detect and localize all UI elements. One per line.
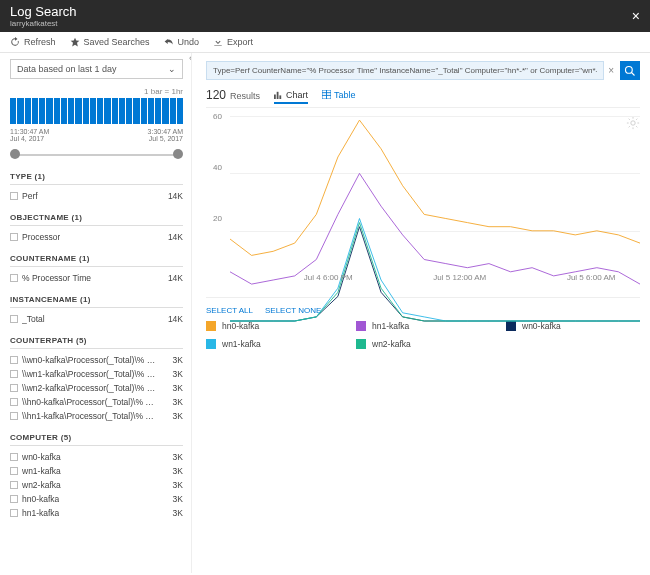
checkbox-icon[interactable] xyxy=(10,398,18,406)
refresh-label: Refresh xyxy=(24,37,56,47)
saved-searches-button[interactable]: Saved Searches xyxy=(70,37,150,47)
checkbox-icon[interactable] xyxy=(10,315,18,323)
facet-row[interactable]: _Total14K xyxy=(10,312,183,326)
results-label: Results xyxy=(230,91,260,101)
close-icon[interactable]: × xyxy=(632,8,640,24)
checkbox-icon[interactable] xyxy=(10,453,18,461)
toolbar: Refresh Saved Searches Undo Export xyxy=(0,32,650,53)
facet-count: 3K xyxy=(173,411,183,421)
facet-row[interactable]: hn0-kafka3K xyxy=(10,492,183,506)
facet-count: 14K xyxy=(168,191,183,201)
facet-row[interactable]: hn1-kafka3K xyxy=(10,506,183,520)
facet-count: 3K xyxy=(173,383,183,393)
slider-thumb-right[interactable] xyxy=(173,149,183,159)
refresh-button[interactable]: Refresh xyxy=(10,37,56,47)
facet-label: Perf xyxy=(22,191,38,201)
facet-label: \\wn0-kafka\Processor(_Total)\% Processo… xyxy=(22,355,157,365)
facet-title: COUNTERNAME (1) xyxy=(10,254,183,267)
checkbox-icon[interactable] xyxy=(10,412,18,420)
download-icon xyxy=(213,37,223,47)
checkbox-icon[interactable] xyxy=(10,274,18,282)
y-tick: 20 xyxy=(213,213,222,222)
y-tick: 40 xyxy=(213,162,222,171)
tab-table[interactable]: Table xyxy=(322,90,356,100)
undo-label: Undo xyxy=(178,37,200,47)
time-start-line2: Jul 4, 2017 xyxy=(10,135,49,142)
svg-rect-4 xyxy=(279,95,281,99)
facet-count: 3K xyxy=(173,397,183,407)
checkbox-icon[interactable] xyxy=(10,370,18,378)
facet-count: 3K xyxy=(173,494,183,504)
facet-label: \\wn2-kafka\Processor(_Total)\% Processo… xyxy=(22,383,157,393)
facet-row[interactable]: \\wn1-kafka\Processor(_Total)\% Processo… xyxy=(10,367,183,381)
facet-row[interactable]: \\hn1-kafka\Processor(_Total)\% Processo… xyxy=(10,409,183,423)
facet-row[interactable]: wn1-kafka3K xyxy=(10,464,183,478)
facet-row[interactable]: Perf14K xyxy=(10,189,183,203)
checkbox-icon[interactable] xyxy=(10,233,18,241)
undo-icon xyxy=(164,37,174,47)
checkbox-icon[interactable] xyxy=(10,384,18,392)
facet-row[interactable]: % Processor Time14K xyxy=(10,271,183,285)
content: × 120 Results Chart Table 60 xyxy=(192,53,650,573)
tab-chart-label: Chart xyxy=(286,90,308,100)
time-end-line2: Jul 5, 2017 xyxy=(148,135,183,142)
facet-row[interactable]: \\wn0-kafka\Processor(_Total)\% Processo… xyxy=(10,353,183,367)
facet-count: 3K xyxy=(173,369,183,379)
facet-row[interactable]: wn0-kafka3K xyxy=(10,450,183,464)
facet-count: 3K xyxy=(173,466,183,476)
facet-count: 14K xyxy=(168,314,183,324)
search-button[interactable] xyxy=(620,61,640,80)
page-title: Log Search xyxy=(10,4,77,19)
chevron-down-icon: ⌄ xyxy=(168,64,176,74)
facet-label: wn2-kafka xyxy=(22,480,61,490)
slider-thumb-left[interactable] xyxy=(10,149,20,159)
line-plot xyxy=(230,116,640,362)
swatch-icon xyxy=(206,321,216,331)
y-tick: 60 xyxy=(213,111,222,120)
date-range-select[interactable]: Data based on last 1 day ⌄ xyxy=(10,59,183,79)
checkbox-icon[interactable] xyxy=(10,509,18,517)
facet-row[interactable]: \\wn2-kafka\Processor(_Total)\% Processo… xyxy=(10,381,183,395)
export-label: Export xyxy=(227,37,253,47)
swatch-icon xyxy=(206,339,216,349)
facet-count: 14K xyxy=(168,232,183,242)
checkbox-icon[interactable] xyxy=(10,467,18,475)
facet-row[interactable]: wn2-kafka3K xyxy=(10,478,183,492)
sidebar: ‹ Data based on last 1 day ⌄ 1 bar = 1hr… xyxy=(0,53,192,573)
checkbox-icon[interactable] xyxy=(10,192,18,200)
clear-search-icon[interactable]: × xyxy=(608,65,614,76)
facet-label: wn0-kafka xyxy=(22,452,61,462)
facet-count: 14K xyxy=(168,273,183,283)
checkbox-icon[interactable] xyxy=(10,481,18,489)
facet-label: % Processor Time xyxy=(22,273,91,283)
facet-title: OBJECTNAME (1) xyxy=(10,213,183,226)
table-icon xyxy=(322,90,331,99)
results-count: 120 xyxy=(206,88,226,102)
facet-title: INSTANCENAME (1) xyxy=(10,295,183,308)
facet-label: \\hn1-kafka\Processor(_Total)\% Processo… xyxy=(22,411,157,421)
facet-label: Processor xyxy=(22,232,60,242)
undo-button[interactable]: Undo xyxy=(164,37,200,47)
export-button[interactable]: Export xyxy=(213,37,253,47)
facet-label: hn1-kafka xyxy=(22,508,59,518)
facet-label: wn1-kafka xyxy=(22,466,61,476)
facet-count: 3K xyxy=(173,355,183,365)
facet-row[interactable]: Processor14K xyxy=(10,230,183,244)
search-icon xyxy=(624,65,636,77)
x-tick: Jul 4 6:00 PM xyxy=(304,273,353,291)
tab-chart[interactable]: Chart xyxy=(274,90,308,104)
x-tick: Jul 5 12:00 AM xyxy=(433,273,486,291)
search-input[interactable] xyxy=(206,61,604,80)
time-end-line1: 3:30:47 AM xyxy=(148,128,183,135)
chart-area[interactable]: 60 40 20 Jul 4 6:00 PM Jul 5 12:00 AM Ju… xyxy=(206,116,640,291)
checkbox-icon[interactable] xyxy=(10,356,18,364)
facet-count: 3K xyxy=(173,508,183,518)
svg-point-0 xyxy=(626,66,633,73)
facet-row[interactable]: \\hn0-kafka\Processor(_Total)\% Processo… xyxy=(10,395,183,409)
checkbox-icon[interactable] xyxy=(10,495,18,503)
time-slider[interactable] xyxy=(10,148,183,162)
x-tick: Jul 5 6:00 AM xyxy=(567,273,615,291)
histogram[interactable] xyxy=(10,98,183,124)
saved-searches-label: Saved Searches xyxy=(84,37,150,47)
refresh-icon xyxy=(10,37,20,47)
